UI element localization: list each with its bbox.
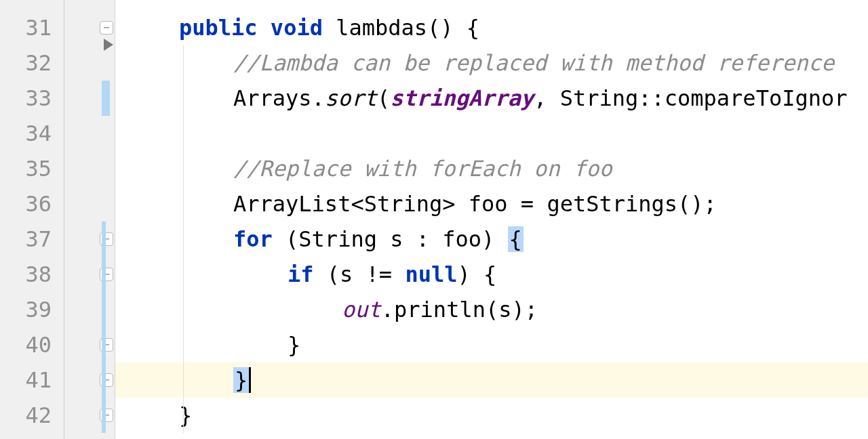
code-line[interactable]: out.println(s); xyxy=(115,292,868,327)
line-number: 38 xyxy=(0,257,64,292)
line-number: 39 xyxy=(0,292,64,327)
code-line[interactable]: } xyxy=(115,398,868,433)
indent-guide xyxy=(183,45,184,433)
code-line[interactable]: public void lambdas() { xyxy=(115,10,868,45)
code-line[interactable]: ArrayList<String> foo = getStrings(); xyxy=(115,186,868,222)
code-line[interactable]: } xyxy=(115,327,868,362)
line-number: 35 xyxy=(0,151,64,186)
code-line[interactable]: Arrays.sort(stringArray, String::compare… xyxy=(115,81,868,116)
line-number: 36 xyxy=(0,186,64,222)
line-number: 32 xyxy=(0,45,64,81)
line-number: 41 xyxy=(0,362,64,398)
line-number: 34 xyxy=(0,116,64,151)
line-number: 33 xyxy=(0,81,64,116)
code-line[interactable]: //Lambda can be replaced with method ref… xyxy=(115,45,868,81)
fold-toggle-icon[interactable] xyxy=(100,21,113,35)
code-line[interactable]: if (s != null) { xyxy=(115,257,868,292)
vcs-change-marker[interactable] xyxy=(102,81,110,116)
line-number: 40 xyxy=(0,327,64,362)
code-line[interactable] xyxy=(115,116,868,151)
code-line[interactable]: for (String s : foo) { xyxy=(115,222,868,257)
vcs-change-marker[interactable] xyxy=(102,222,106,433)
line-number: 31 xyxy=(0,10,64,45)
fold-gutter xyxy=(64,0,115,439)
line-number: 42 xyxy=(0,398,64,433)
code-line[interactable]: //Replace with forEach on foo xyxy=(115,151,868,186)
code-area[interactable]: public void lambdas() {//Lambda can be r… xyxy=(115,0,868,439)
line-number-gutter: 313233343536373839404142 xyxy=(0,0,64,439)
code-editor[interactable]: 313233343536373839404142 public void lam… xyxy=(0,0,868,439)
code-line[interactable]: } xyxy=(115,362,868,398)
run-icon[interactable] xyxy=(104,39,113,51)
line-number: 37 xyxy=(0,222,64,257)
